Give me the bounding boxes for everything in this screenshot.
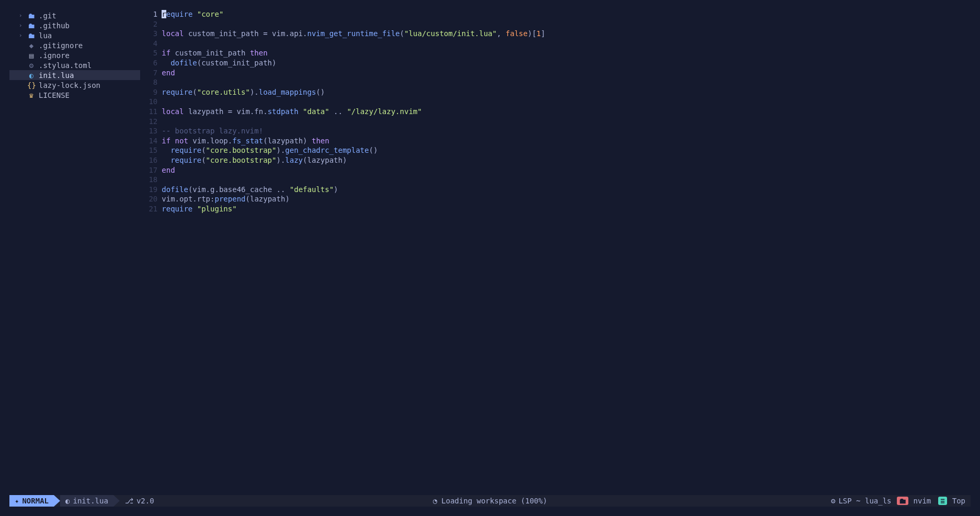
spinner-icon: ◔ [433,497,437,505]
tree-item--ignore[interactable]: ▤.ignore [9,50,140,60]
code-line[interactable]: require("core.bootstrap").gen_chadrc_tem… [162,145,545,155]
editor[interactable]: 1 2 3 4 5 6 7 8 9 10 11 12 13 14 15 16 1… [140,9,971,495]
gear-icon: ⚙ [27,61,36,70]
code-line[interactable]: require("core.bootstrap").lazy(lazypath) [162,155,545,165]
line-number: 1 [144,9,157,19]
lsp-segment: ⚙ LSP ~ lua_ls [826,495,897,507]
tree-item-init-lua[interactable]: ◐init.lua [9,70,140,80]
line-number: 9 [144,87,157,97]
file-icon: ▤ [27,51,36,60]
license-icon: ♛ [27,91,36,99]
line-number: 3 [144,29,157,39]
code-line[interactable] [162,175,545,185]
code-line[interactable]: local custom_init_path = vim.api.nvim_ge… [162,29,545,39]
folder-icon: 🖿 [27,21,36,30]
code-line[interactable]: end [162,165,545,175]
tree-item-label: .github [39,21,70,30]
tree-item-label: .ignore [39,51,70,60]
git-icon: ◆ [27,41,36,50]
code-line[interactable]: if not vim.loop.fs_stat(lazypath) then [162,136,545,146]
line-number: 16 [144,155,157,165]
chevron-right-icon: › [19,12,24,19]
tree-item-lua[interactable]: ›🖿lua [9,30,140,40]
line-number: 13 [144,126,157,136]
branch-icon: ⎇ [125,497,133,505]
tree-item-label: lua [39,31,52,40]
tree-item-label: .stylua.toml [39,61,92,70]
tree-item-label: .gitignore [39,41,83,50]
gears-icon: ⚙ [831,497,835,505]
tree-item--github[interactable]: ›🖿.github [9,20,140,30]
chevron-right-icon: › [19,22,24,29]
folder-icon: 🖿 [27,12,36,20]
cursor: r [162,10,166,18]
line-number: 17 [144,165,157,175]
line-number: 2 [144,19,157,29]
tree-item--gitignore[interactable]: ◆.gitignore [9,40,140,50]
code-line[interactable]: vim.opt.rtp:prepend(lazypath) [162,194,545,204]
json-icon: {} [27,81,36,89]
tree-item-label: lazy-lock.json [39,81,100,89]
mode-indicator: ✦ NORMAL [9,495,54,507]
code-line[interactable] [162,39,545,49]
cwd-segment: 🖿 nvim [897,495,937,507]
chevron-right-icon: › [19,32,24,39]
line-number: 10 [144,97,157,107]
code-line[interactable]: end [162,68,545,78]
lua-icon: ◐ [65,497,70,505]
file-tree[interactable]: ›🖿.git›🖿.github›🖿lua◆.gitignore▤.ignore⚙… [9,9,140,495]
line-number: 12 [144,117,157,127]
code-line[interactable]: require("core.utils").load_mappings() [162,87,545,97]
code-line[interactable] [162,117,545,127]
code-line[interactable]: if custom_init_path then [162,48,545,58]
vim-icon: ✦ [15,497,19,505]
code-line[interactable]: -- bootstrap lazy.nvim! [162,126,545,136]
line-number: 5 [144,48,157,58]
tree-item-label: .git [39,12,56,20]
code-line[interactable]: require "core" [162,9,545,19]
folder-icon: 🖿 [27,31,36,40]
code-content[interactable]: require "core" local custom_init_path = … [162,9,545,495]
code-line[interactable]: local lazypath = vim.fn.stdpath "data" .… [162,107,545,117]
code-line[interactable] [162,19,545,29]
line-number: 6 [144,58,157,68]
lines-icon: ≡ [938,497,947,505]
line-number: 4 [144,39,157,49]
folder-icon: 🖿 [897,497,908,505]
lsp-progress: ◔ Loading workspace (100%) [433,497,548,505]
line-number: 18 [144,175,157,185]
line-number: 8 [144,77,157,87]
tree-item-lazy-lock-json[interactable]: {}lazy-lock.json [9,80,140,90]
code-line[interactable] [162,77,545,87]
line-number: 14 [144,136,157,146]
tree-item-label: LICENSE [39,91,70,99]
lua-icon: ◐ [27,71,36,80]
statusline: ✦ NORMAL ◐ init.lua ⎇ v2.0 ◔ Loading wor… [9,495,971,507]
code-line[interactable] [162,97,545,107]
filename-segment: ◐ init.lua [60,495,113,507]
tree-item--stylua-toml[interactable]: ⚙.stylua.toml [9,60,140,70]
line-number: 21 [144,204,157,214]
line-number: 11 [144,107,157,117]
code-line[interactable]: dofile(custom_init_path) [162,58,545,68]
tree-item-license[interactable]: ♛LICENSE [9,90,140,100]
code-line[interactable]: dofile(vim.g.base46_cache .. "defaults") [162,185,545,195]
line-number: 7 [144,68,157,78]
tree-item--git[interactable]: ›🖿.git [9,10,140,20]
position-segment: ≡ Top [936,495,971,507]
line-number: 20 [144,194,157,204]
line-number-gutter: 1 2 3 4 5 6 7 8 9 10 11 12 13 14 15 16 1… [144,9,162,495]
tree-item-label: init.lua [39,71,74,80]
line-number: 19 [144,185,157,195]
line-number: 15 [144,145,157,155]
code-line[interactable]: require "plugins" [162,204,545,214]
git-branch-segment: ⎇ v2.0 [120,495,159,507]
